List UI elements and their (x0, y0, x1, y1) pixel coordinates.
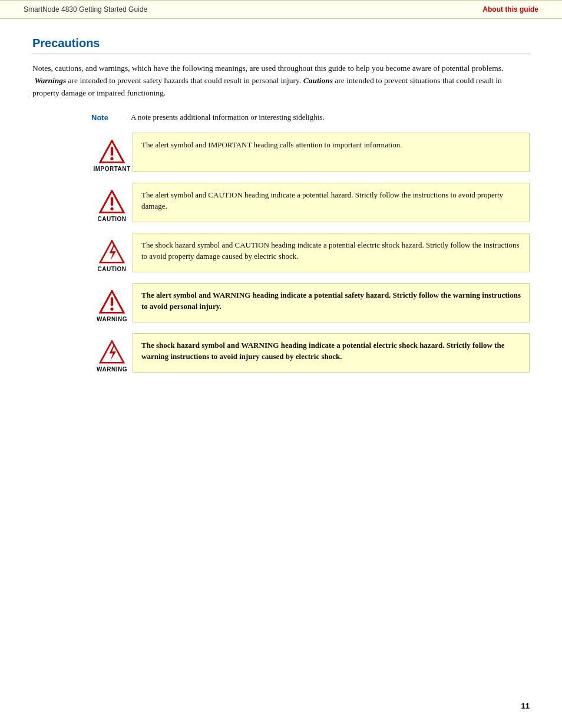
intro-warnings-bold: Warnings (34, 76, 66, 85)
svg-point-13 (110, 307, 113, 310)
svg-point-7 (110, 207, 113, 210)
note-label: Note (91, 113, 124, 122)
alert-box-warning1: The alert symbol and WARNING heading ind… (133, 283, 530, 322)
alert-label-warning2: WARNING (97, 366, 127, 373)
alert-row-warning2: WARNINGThe shock hazard symbol and WARNI… (91, 333, 530, 373)
alert-label-caution2: CAUTION (97, 266, 126, 272)
header-left: SmartNode 4830 Getting Started Guide (24, 5, 147, 14)
svg-point-3 (110, 157, 113, 160)
alert-box-warning2: The shock hazard symbol and WARNING head… (133, 333, 530, 373)
alert-icon-col-important: IMPORTANT (91, 133, 133, 172)
intro-part2: are intended to prevent safety hazards t… (68, 76, 303, 85)
intro-paragraph: Notes, cautions, and warnings, which hav… (32, 62, 530, 100)
alert-box-caution2: The shock hazard symbol and CAUTION head… (133, 233, 530, 272)
alert-label-warning1: WARNING (97, 316, 127, 322)
main-content: Precautions Notes, cautions, and warning… (0, 19, 562, 407)
alert-box-important: The alert symbol and IMPORTANT heading c… (133, 133, 530, 172)
intro-cautions-bold: Cautions (303, 76, 333, 85)
svg-rect-6 (111, 197, 113, 206)
alert-label-important: IMPORTANT (93, 166, 130, 172)
alert-row-important: IMPORTANTThe alert symbol and IMPORTANT … (91, 133, 530, 172)
alert-icon-col-warning2: WARNING (91, 333, 133, 373)
page-title: Precautions (32, 37, 530, 54)
alert-row-caution2: CAUTIONThe shock hazard symbol and CAUTI… (91, 233, 530, 272)
alert-row-warning1: WARNINGThe alert symbol and WARNING head… (91, 283, 530, 322)
svg-rect-2 (111, 147, 113, 156)
note-row: Note A note presents additional informat… (91, 113, 530, 122)
alerts-container: IMPORTANTThe alert symbol and IMPORTANT … (32, 133, 530, 383)
about-this-guide-link[interactable]: About this guide (482, 5, 538, 14)
page-number: 11 (521, 701, 530, 710)
alert-box-caution1: The alert symbol and CAUTION heading ind… (133, 183, 530, 222)
header-bar: SmartNode 4830 Getting Started Guide Abo… (0, 0, 562, 19)
alert-label-caution1: CAUTION (97, 216, 126, 222)
alert-icon-col-warning1: WARNING (91, 283, 133, 322)
alert-icon-col-caution2: CAUTION (91, 233, 133, 272)
intro-part1: Notes, cautions, and warnings, which hav… (32, 64, 503, 73)
alert-row-caution1: CAUTIONThe alert symbol and CAUTION head… (91, 183, 530, 222)
note-text: A note presents additional information o… (131, 113, 325, 122)
alert-icon-col-caution1: CAUTION (91, 183, 133, 222)
svg-rect-12 (111, 297, 113, 306)
